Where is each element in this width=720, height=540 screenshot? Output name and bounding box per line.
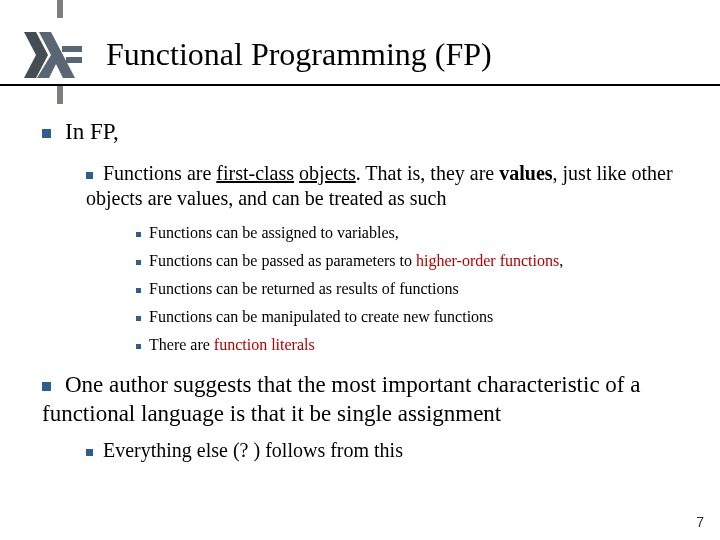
bullet-level3: Functions can be assigned to variables, [136,223,682,243]
bullet-level3: Functions can be manipulated to create n… [136,307,682,327]
bullet-level3: There are function literals [136,335,682,355]
bullet-level1: In FP, [42,118,682,147]
square-bullet-icon [86,172,93,179]
bullet-text: Functions are first-class objects. That … [86,162,673,209]
square-bullet-icon [136,232,141,237]
page-number: 7 [696,514,704,530]
square-bullet-icon [136,260,141,265]
bullet-text: Everything else (? ) follows from this [103,439,403,461]
square-bullet-icon [136,344,141,349]
slide: Functional Programming (FP) In FP, Funct… [0,0,720,540]
bullet-level1: One author suggests that the most import… [42,371,682,429]
tick-mark-bottom [57,86,63,104]
svg-rect-2 [62,46,82,52]
title-row: Functional Programming (FP) [0,32,720,86]
haskell-logo-icon [24,32,82,78]
bullet-text: Functions can be returned as results of … [149,280,459,297]
square-bullet-icon [42,382,51,391]
slide-title: Functional Programming (FP) [106,36,492,73]
bullet-level3: Functions can be returned as results of … [136,279,682,299]
bullet-text: One author suggests that the most import… [42,372,640,426]
svg-rect-3 [66,57,82,63]
bullet-level2: Everything else (? ) follows from this [86,438,682,463]
square-bullet-icon [42,129,51,138]
bullet-level3: Functions can be passed as parameters to… [136,251,682,271]
title-underline [0,84,720,86]
bullet-text: Functions can be assigned to variables, [149,224,399,241]
bullet-text: There are function literals [149,336,315,353]
bullet-text: Functions can be passed as parameters to… [149,252,563,269]
bullet-text: In FP, [65,119,119,144]
slide-body: In FP, Functions are first-class objects… [42,118,682,475]
tick-mark-top [57,0,63,18]
bullet-level2: Functions are first-class objects. That … [86,161,682,211]
bullet-text: Functions can be manipulated to create n… [149,308,493,325]
square-bullet-icon [86,449,93,456]
square-bullet-icon [136,288,141,293]
square-bullet-icon [136,316,141,321]
